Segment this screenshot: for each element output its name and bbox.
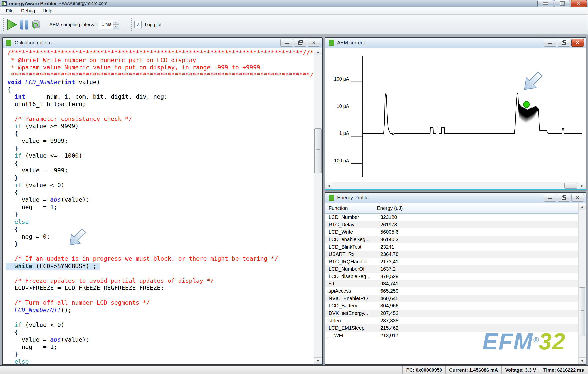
code-line: } bbox=[3, 240, 314, 248]
aem-minimize-button[interactable] bbox=[544, 39, 556, 47]
close-icon: ✕ bbox=[576, 196, 579, 200]
energy-restore-button[interactable] bbox=[558, 194, 570, 202]
energy-window-titlebar[interactable]: Energy Profile ✕ bbox=[325, 193, 586, 203]
energy-minimize-button[interactable] bbox=[544, 194, 556, 202]
scroll-up-icon[interactable]: ▲ bbox=[314, 48, 322, 55]
energy-row[interactable]: strlen287,335 bbox=[325, 317, 578, 324]
code-line: /* Parameter consistancy check */ bbox=[3, 115, 314, 123]
aem-current-window: AEM current ✕ 100 µA10 µA1 µA100 nA ◄ ► bbox=[325, 37, 586, 190]
aem-close-button[interactable]: ✕ bbox=[571, 39, 584, 47]
aem-restore-button[interactable] bbox=[558, 39, 570, 47]
scroll-down-icon[interactable]: ▼ bbox=[579, 357, 586, 364]
reset-button[interactable] bbox=[30, 19, 42, 31]
restore-icon bbox=[562, 196, 566, 200]
energy-row[interactable]: LCD_Number323120 bbox=[325, 214, 578, 221]
code-line: int num, i, com, bit, digit, div, neg; bbox=[3, 93, 314, 101]
code-restore-button[interactable] bbox=[294, 39, 306, 47]
menu-debug[interactable]: Debug bbox=[17, 8, 39, 14]
aem-scrollbar-thumb[interactable] bbox=[564, 183, 577, 189]
energy-profile-window: Energy Profile ✕ Function Energy (uJ) LC… bbox=[325, 192, 586, 365]
code-scrollbar-thumb[interactable] bbox=[314, 128, 322, 173]
code-line bbox=[3, 248, 314, 255]
energy-row[interactable]: LCD_enableSeg...36140,3 bbox=[325, 236, 578, 243]
energy-row[interactable]: LCD_disableSeg...979,529 bbox=[325, 273, 578, 280]
code-line: /* If an update is in progress we must b… bbox=[3, 255, 314, 263]
energy-row[interactable]: LCD_BlinkTest23241 bbox=[325, 243, 578, 251]
energy-scrollbar[interactable]: ▲ ▼ bbox=[578, 203, 586, 364]
menu-file[interactable]: File bbox=[2, 8, 17, 14]
energy-row[interactable]: LCD_Write56005,6 bbox=[325, 228, 578, 236]
code-line: } bbox=[3, 351, 314, 358]
energy-row[interactable]: spiAccess665,259 bbox=[325, 287, 578, 295]
aem-plot[interactable]: 100 µA10 µA1 µA100 nA bbox=[325, 48, 586, 182]
code-line: { bbox=[3, 86, 314, 94]
energy-row[interactable]: LCD_NumberOff1637,2 bbox=[325, 265, 578, 273]
energy-table-header: Function Energy (uJ) bbox=[325, 203, 578, 214]
energy-scrollbar-thumb[interactable] bbox=[579, 287, 585, 336]
code-line: LCD->FREEZE = LCD_FREEZE_REGFREEZE_FREEZ… bbox=[3, 284, 314, 292]
svg-text:10 µA: 10 µA bbox=[337, 103, 349, 109]
close-button[interactable]: ✕ bbox=[571, 0, 587, 7]
scroll-left-icon[interactable]: ◄ bbox=[325, 182, 332, 189]
energy-table: Function Energy (uJ) LCD_Number323120RTC… bbox=[325, 203, 578, 364]
restore-button[interactable] bbox=[554, 0, 570, 7]
code-editor[interactable]: /***************************************… bbox=[3, 48, 314, 364]
scroll-right-icon[interactable]: ► bbox=[579, 182, 586, 189]
energy-row[interactable]: DVK_setEnergy...287,452 bbox=[325, 310, 578, 317]
code-line: } bbox=[3, 145, 314, 152]
play-icon bbox=[7, 19, 17, 30]
code-window-titlebar[interactable]: C:\lcdcontroller.c ✕ bbox=[3, 38, 322, 48]
energy-row[interactable]: $d934,741 bbox=[325, 280, 578, 287]
code-scrollbar[interactable]: ▲ ▼ bbox=[314, 48, 322, 364]
spinner-down-button[interactable]: ▼ bbox=[113, 25, 119, 29]
close-icon: ✕ bbox=[312, 41, 316, 45]
start-button[interactable] bbox=[6, 19, 18, 31]
svg-text:1 µA: 1 µA bbox=[339, 131, 349, 136]
document-icon bbox=[6, 40, 11, 46]
app-icon bbox=[2, 1, 7, 6]
status-segment: PC: 0x00000950 bbox=[402, 366, 445, 374]
minimize-icon bbox=[543, 2, 548, 5]
close-icon: ✕ bbox=[577, 1, 581, 6]
reset-icon bbox=[31, 19, 41, 30]
code-line bbox=[3, 108, 314, 115]
code-window-title: C:\lcdcontroller.c bbox=[15, 40, 52, 46]
scroll-down-icon[interactable]: ▼ bbox=[314, 357, 322, 364]
pause-button[interactable] bbox=[18, 19, 30, 31]
status-bar: PC: 0x00000950Current: 1.456086 mAVoltag… bbox=[0, 365, 588, 374]
menu-help[interactable]: Help bbox=[39, 8, 56, 14]
code-line: ****************************************… bbox=[3, 71, 314, 79]
status-segment: Voltage: 3.3 V bbox=[501, 366, 539, 374]
code-line: else bbox=[3, 218, 314, 226]
title-bar: energyAware Profiler - www.energymicro.c… bbox=[0, 0, 588, 7]
code-line: value = abs(value); bbox=[3, 196, 314, 204]
code-line: * @param value Numeric value to put on d… bbox=[3, 64, 314, 71]
log-plot-checkbox[interactable]: ✓ bbox=[134, 21, 142, 28]
energy-row[interactable]: LCD_Battery304,966 bbox=[325, 302, 578, 310]
energy-close-button[interactable]: ✕ bbox=[571, 194, 584, 202]
energy-row[interactable]: NVIC_EnableIRQ460,645 bbox=[325, 295, 578, 302]
code-line bbox=[3, 292, 314, 299]
minimize-icon bbox=[285, 43, 289, 44]
code-minimize-button[interactable] bbox=[280, 39, 293, 47]
scroll-up-icon[interactable]: ▲ bbox=[579, 203, 586, 210]
minimize-icon bbox=[548, 43, 552, 44]
code-line: neg = 0; bbox=[3, 233, 314, 241]
code-line: value = -999; bbox=[3, 167, 314, 174]
minimize-button[interactable] bbox=[537, 0, 553, 7]
column-header-function[interactable]: Function bbox=[325, 203, 374, 213]
aem-window-titlebar[interactable]: AEM current ✕ bbox=[325, 38, 586, 48]
aem-horizontal-scrollbar[interactable]: ◄ ► bbox=[325, 182, 586, 189]
code-close-button[interactable]: ✕ bbox=[308, 39, 320, 47]
toolbar-grip bbox=[3, 18, 4, 31]
pause-icon bbox=[20, 19, 29, 30]
sampling-interval-spinner[interactable]: 1 ms ▲ ▼ bbox=[99, 20, 119, 29]
energy-row[interactable]: USART_Rx2364,78 bbox=[325, 251, 578, 258]
energy-row[interactable]: RTC_IRQHandler2173,41 bbox=[325, 258, 578, 266]
code-line: /* Freeze updates to avoid partial updat… bbox=[3, 277, 314, 285]
column-header-energy[interactable]: Energy (uJ) bbox=[374, 203, 578, 213]
spinner-up-button[interactable]: ▲ bbox=[113, 20, 119, 25]
code-line: LCD_NumberOff(); bbox=[3, 307, 314, 314]
energy-row[interactable]: RTC_Delay261978 bbox=[325, 221, 578, 229]
svg-text:100 nA: 100 nA bbox=[334, 158, 349, 163]
